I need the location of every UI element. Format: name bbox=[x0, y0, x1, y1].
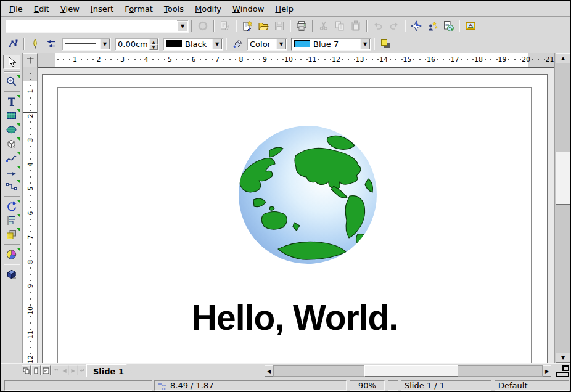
text-icon bbox=[6, 96, 18, 108]
next-slide-tab-button[interactable]: ▶ bbox=[68, 365, 78, 375]
tool-3d-objects[interactable] bbox=[3, 137, 20, 151]
function-bar: ▼ bbox=[1, 17, 571, 35]
ruler-tick bbox=[30, 104, 31, 105]
document-globe-icon[interactable] bbox=[441, 18, 456, 33]
tool-lines-arrows[interactable] bbox=[3, 165, 20, 179]
page-style-panel[interactable]: Default bbox=[495, 380, 569, 391]
tool-zoom[interactable] bbox=[3, 75, 20, 89]
scroll-down-arrow-icon[interactable]: ▼ bbox=[556, 353, 570, 363]
print-icon[interactable] bbox=[294, 18, 309, 33]
line-dialog-pen-icon[interactable] bbox=[28, 36, 43, 51]
layer-view-button[interactable] bbox=[41, 365, 51, 375]
vruler-number: 3 bbox=[26, 138, 34, 142]
hruler-number: 20 bbox=[522, 55, 530, 63]
tool-rotate[interactable] bbox=[3, 199, 20, 213]
menu-modify[interactable]: Modify bbox=[189, 2, 227, 15]
redo-icon bbox=[387, 18, 401, 33]
tool-alignment[interactable] bbox=[3, 213, 20, 227]
arrow-style-icon[interactable] bbox=[44, 36, 59, 51]
line-color-select[interactable]: Black ▼ bbox=[163, 38, 223, 51]
ruler-tick bbox=[30, 347, 31, 348]
vertical-scrollbar[interactable]: ▲ ▼ bbox=[554, 53, 570, 363]
line-width-value[interactable]: 0.00cm bbox=[115, 38, 149, 50]
shadow-icon[interactable] bbox=[378, 36, 393, 51]
slide-title-text[interactable]: Hello, World. bbox=[192, 297, 398, 338]
cube3d-icon bbox=[6, 268, 18, 280]
ruler-tick bbox=[348, 59, 349, 60]
fill-type-select[interactable]: Color ▼ bbox=[247, 38, 287, 51]
tool-curve[interactable] bbox=[3, 151, 20, 165]
zoom-level-panel[interactable]: 90% bbox=[350, 380, 385, 391]
menu-edit[interactable]: Edit bbox=[28, 2, 55, 15]
horizontal-scrollbar-thumb[interactable] bbox=[364, 365, 458, 377]
new-document-icon[interactable] bbox=[240, 18, 255, 33]
url-combobox-dropdown-arrow-icon[interactable]: ▼ bbox=[178, 21, 187, 31]
line-style-dropdown-arrow-icon[interactable]: ▼ bbox=[100, 39, 110, 49]
first-slide-tab-button[interactable]: ⏮ bbox=[51, 365, 60, 375]
ruler-tick bbox=[419, 59, 421, 60]
menu-file[interactable]: File bbox=[4, 2, 28, 15]
cursor-position-panel[interactable]: 8.49 / 1.87 bbox=[154, 380, 347, 391]
menu-view[interactable]: View bbox=[55, 2, 85, 15]
globe-image[interactable] bbox=[236, 122, 379, 269]
ruler-tick bbox=[508, 59, 509, 60]
line-style-select[interactable]: ▼ bbox=[62, 38, 111, 51]
url-input[interactable] bbox=[6, 20, 177, 32]
master-view-button[interactable] bbox=[31, 365, 41, 375]
layer-view-icon bbox=[43, 367, 49, 374]
line-width-decrease-icon[interactable]: ▼ bbox=[149, 44, 158, 50]
tool-3d-controller[interactable] bbox=[3, 267, 20, 281]
ruler-tick bbox=[30, 274, 31, 275]
edit-points-icon[interactable] bbox=[6, 36, 20, 51]
status-message-panel bbox=[4, 380, 152, 391]
scroll-left-arrow-icon[interactable]: ◀ bbox=[265, 365, 273, 377]
scroll-up-arrow-icon[interactable]: ▲ bbox=[556, 53, 570, 63]
ruler-tick bbox=[235, 59, 236, 60]
url-combobox[interactable]: ▼ bbox=[6, 20, 189, 33]
ruler-tick bbox=[30, 152, 31, 153]
vertical-ruler[interactable]: 123456789101112 bbox=[23, 67, 38, 363]
ruler-origin-button[interactable] bbox=[23, 53, 38, 67]
scroll-right-arrow-icon[interactable]: ▶ bbox=[543, 365, 551, 377]
slide-number-panel[interactable]: Slide 1 / 1 bbox=[401, 380, 491, 391]
separator bbox=[236, 20, 237, 32]
line-width-spinner[interactable]: 0.00cm ▲ ▼ bbox=[115, 38, 159, 51]
wizard-icon[interactable] bbox=[425, 18, 440, 33]
last-slide-tab-button[interactable]: ⏭ bbox=[77, 365, 86, 375]
gallery-icon[interactable] bbox=[463, 18, 478, 33]
tool-connector[interactable] bbox=[3, 179, 20, 194]
menu-insert[interactable]: Insert bbox=[85, 2, 119, 15]
previous-slide-tab-button[interactable]: ◀ bbox=[60, 365, 69, 375]
menu-tools[interactable]: Tools bbox=[158, 2, 189, 15]
open-folder-icon[interactable] bbox=[256, 18, 271, 33]
tool-ellipse[interactable] bbox=[3, 123, 20, 137]
submenu-flag-icon bbox=[17, 137, 20, 141]
ruler-tick bbox=[63, 59, 64, 60]
slide-view-button[interactable] bbox=[22, 365, 31, 375]
fill-type-dropdown-arrow-icon[interactable]: ▼ bbox=[276, 39, 286, 49]
tool-text[interactable] bbox=[3, 94, 20, 108]
horizontal-ruler[interactable]: 123456789101112131415161718192021 bbox=[38, 53, 554, 67]
tool-arrange[interactable] bbox=[3, 227, 20, 242]
tool-rectangle[interactable] bbox=[3, 108, 20, 123]
fill-color-dropdown-arrow-icon[interactable]: ▼ bbox=[360, 39, 370, 49]
page-style-value: Default bbox=[498, 381, 528, 390]
hruler-number: 8 bbox=[239, 55, 244, 63]
fill-color-select[interactable]: Blue 7 ▼ bbox=[291, 38, 371, 51]
tool-effects[interactable] bbox=[3, 247, 20, 261]
menu-window[interactable]: Window bbox=[227, 2, 269, 15]
menu-format[interactable]: Format bbox=[119, 2, 158, 15]
menu-help[interactable]: Help bbox=[269, 2, 299, 15]
tab-scroll-row: ⏮ ◀ ▶ ⏭ Slide 1 ◀ ▶ bbox=[1, 363, 571, 378]
drawing-canvas[interactable]: Hello, World. bbox=[38, 67, 554, 363]
navigator-icon[interactable] bbox=[409, 18, 424, 33]
separator bbox=[4, 261, 20, 267]
line-width-increase-icon[interactable]: ▲ bbox=[149, 39, 158, 44]
tab-slide-1[interactable]: Slide 1 bbox=[86, 364, 135, 377]
ruler-tick bbox=[437, 59, 438, 60]
line-color-dropdown-arrow-icon[interactable]: ▼ bbox=[212, 39, 222, 49]
fill-paint-can-icon[interactable] bbox=[230, 36, 245, 51]
tool-select[interactable] bbox=[3, 55, 20, 69]
vertical-scrollbar-thumb[interactable] bbox=[556, 152, 570, 205]
ellipse-icon bbox=[6, 124, 18, 136]
